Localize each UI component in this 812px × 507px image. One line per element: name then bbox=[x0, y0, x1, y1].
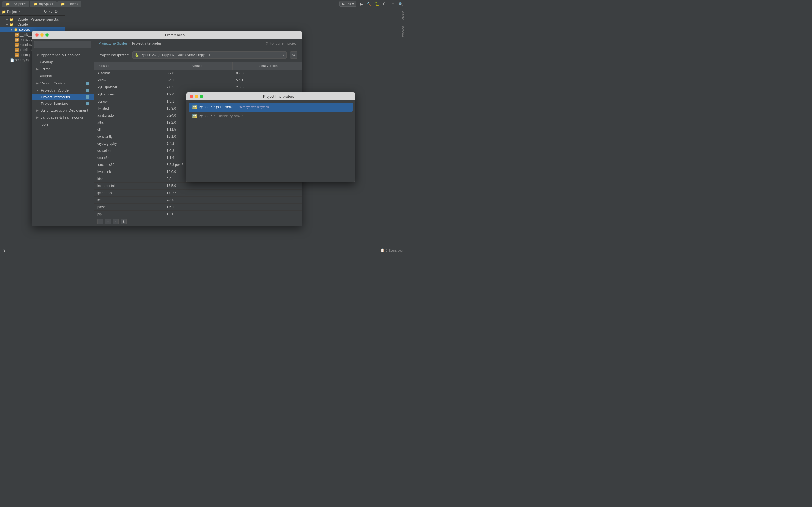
interp-popup-min-button[interactable] bbox=[195, 95, 198, 98]
table-row[interactable]: incremental 17.5.0 bbox=[94, 182, 302, 189]
pkg-version-cell: 17.5.0 bbox=[163, 182, 233, 189]
interpreter-select[interactable]: 🐍 Python 2.7 (scrapyenv) ~/scrapyenv/bin… bbox=[132, 51, 287, 59]
sidebar-item-plugins[interactable]: Plugins bbox=[32, 73, 94, 80]
pkg-name-cell: enum34 bbox=[94, 154, 163, 161]
settings-py-icon: py bbox=[15, 53, 18, 57]
search-button[interactable]: 🔍 bbox=[398, 1, 404, 7]
pkg-name-cell: Pillow bbox=[94, 77, 163, 83]
tab-myspider-2[interactable]: 📁 mySpider bbox=[30, 1, 57, 7]
upgrade-package-button[interactable]: ↑ bbox=[113, 219, 119, 224]
sidebar-item-version-control[interactable]: ▶ Version Control bbox=[32, 80, 94, 87]
pkg-latest-cell: 5.4.1 bbox=[233, 77, 302, 83]
table-row[interactable]: PyDispatcher 2.0.5 2.0.5 bbox=[94, 84, 302, 91]
search-box bbox=[32, 39, 94, 50]
pkg-latest-cell bbox=[233, 189, 302, 196]
tree-item-root: ▼ 📁 mySpider ~/scrapyenv/mySp... bbox=[0, 17, 64, 22]
python-emoji: 🐍 bbox=[135, 53, 139, 57]
pkg-latest-cell bbox=[233, 204, 302, 210]
sidebar-item-project-interpreter[interactable]: Project Interpreter bbox=[32, 94, 94, 100]
table-row[interactable]: Pillow 5.4.1 5.4.1 bbox=[94, 77, 302, 84]
breadcrumb-parent[interactable]: Project: mySpider bbox=[98, 41, 128, 45]
pkg-name-cell: cffi bbox=[94, 126, 163, 133]
pkg-latest-cell: 0.7.0 bbox=[233, 70, 302, 76]
panel-toolbar: 📁 Project ▾ ↻ ⇆ ⚙ − bbox=[0, 8, 64, 16]
gear-icon: ⚙ bbox=[292, 53, 296, 57]
sidebar-item-editor[interactable]: ▶ Editor bbox=[32, 66, 94, 73]
interpreter-label: Project Interpreter: bbox=[98, 53, 129, 57]
interpreter-row: Project Interpreter: 🐍 Python 2.7 (scrap… bbox=[94, 48, 302, 62]
sidebar-item-project-structure[interactable]: Project Structure bbox=[32, 100, 94, 107]
pkg-version-cell: 2.0.5 bbox=[163, 84, 233, 91]
pi-badge bbox=[86, 96, 89, 99]
panel-settings-btn[interactable]: ⚙ bbox=[54, 9, 58, 14]
run-config-selector[interactable]: ▶ test ▾ bbox=[340, 1, 356, 7]
panel-refresh-btn[interactable]: ↻ bbox=[43, 9, 47, 14]
tree-item-myspider[interactable]: ▼ 📁 mySpider bbox=[0, 22, 64, 27]
interpreter-list-item[interactable]: py Python 2.7 (scrapyenv) ~/scrapyenv/bi… bbox=[189, 103, 353, 112]
table-row[interactable]: ipaddress 1.0.22 bbox=[94, 189, 302, 196]
interpreter-list-item[interactable]: py Python 2.7 /usr/bin/python2.7 bbox=[189, 112, 353, 121]
interpreter-select-value: Python 2.7 (scrapyenv) ~/scrapyenv/bin/p… bbox=[141, 53, 211, 57]
search-input[interactable] bbox=[34, 41, 91, 48]
pkg-version-cell: 1.5.1 bbox=[163, 204, 233, 210]
event-log[interactable]: 📋 1 Event Log bbox=[380, 248, 403, 252]
toolbar-actions: ▶ test ▾ ▶ 🔨 🐛 ⏱ ≡ 🔍 bbox=[340, 1, 404, 7]
myspider-folder-icon: 📁 bbox=[10, 23, 13, 26]
prefs-titlebar: Preferences bbox=[32, 31, 302, 39]
vc-arrow: ▶ bbox=[36, 82, 39, 85]
sidebar-item-appearance[interactable]: ▼ Appearance & Behavior bbox=[32, 52, 94, 59]
sciview-label[interactable]: SciView bbox=[402, 9, 405, 23]
panel-folder-icon: 📁 bbox=[2, 10, 6, 14]
interp-popup-body: py Python 2.7 (scrapyenv) ~/scrapyenv/bi… bbox=[186, 100, 355, 182]
header-latest: Latest version bbox=[233, 62, 302, 69]
tab-spiders[interactable]: 📁 spiders bbox=[57, 1, 81, 7]
breadcrumb-current: Project Interpreter bbox=[132, 41, 161, 45]
sidebar-item-tools[interactable]: Tools bbox=[32, 121, 94, 128]
run-icon: ▶ bbox=[342, 2, 345, 6]
interp-popup-close-button[interactable] bbox=[190, 95, 193, 98]
table-row[interactable]: pip 18.1 bbox=[94, 211, 302, 217]
pkg-name-cell: Scrapy bbox=[94, 98, 163, 105]
interp-popup-max-button[interactable] bbox=[200, 95, 203, 98]
breadcrumb: Project: mySpider › Project Interpreter … bbox=[94, 39, 302, 48]
panel-collapse-btn[interactable]: ⇆ bbox=[49, 9, 53, 14]
maximize-button[interactable] bbox=[45, 33, 49, 37]
tab-myspider-1[interactable]: 📁 mySpider bbox=[2, 1, 29, 7]
tab-bar: 📁 mySpider 📁 mySpider 📁 spiders bbox=[2, 1, 81, 7]
pipelines-py-icon: py bbox=[15, 48, 18, 52]
top-bar: 📁 mySpider 📁 mySpider 📁 spiders ▶ test ▾… bbox=[0, 0, 406, 8]
remove-package-button[interactable]: − bbox=[105, 219, 111, 224]
sidebar-item-build[interactable]: ▶ Build, Execution, Deployment bbox=[32, 107, 94, 114]
build-button[interactable]: 🔨 bbox=[366, 1, 372, 7]
database-label[interactable]: Database bbox=[402, 24, 405, 41]
close-button[interactable] bbox=[35, 33, 39, 37]
question-icon[interactable]: ? bbox=[3, 248, 5, 252]
sidebar-item-project-myspider[interactable]: ▼ Project: mySpider bbox=[32, 87, 94, 94]
breadcrumb-separator: › bbox=[129, 41, 130, 45]
coverage-button[interactable]: ⏱ bbox=[382, 1, 388, 7]
table-row[interactable]: lxml 4.3.0 bbox=[94, 196, 302, 204]
interp-path: /usr/bin/python2.7 bbox=[218, 114, 243, 118]
pkg-latest-cell bbox=[233, 196, 302, 203]
interpreter-gear-button[interactable]: ⚙ bbox=[290, 51, 297, 59]
table-row[interactable]: Automat 0.7.0 0.7.0 bbox=[94, 70, 302, 77]
pkg-name-cell: pip bbox=[94, 211, 163, 217]
run-with-button[interactable]: ≡ bbox=[390, 1, 396, 7]
minimize-button[interactable] bbox=[40, 33, 44, 37]
pkg-name-cell: constantly bbox=[94, 133, 163, 140]
window-controls bbox=[35, 33, 49, 37]
vc-badge bbox=[86, 82, 89, 85]
table-row[interactable]: parsel 1.5.1 bbox=[94, 204, 302, 211]
middlewares-py-icon: py bbox=[15, 43, 18, 47]
panel-minimize-btn[interactable]: − bbox=[59, 9, 63, 14]
pkg-name-cell: cssselect bbox=[94, 147, 163, 154]
show-details-button[interactable]: 👁 bbox=[121, 219, 126, 224]
pkg-latest-cell: 2.0.5 bbox=[233, 84, 302, 91]
sidebar-item-keymap[interactable]: Keymap bbox=[32, 59, 94, 66]
add-package-button[interactable]: + bbox=[97, 219, 103, 224]
pkg-name-cell: PyDispatcher bbox=[94, 84, 163, 91]
sidebar-item-languages[interactable]: ▶ Languages & Frameworks bbox=[32, 114, 94, 121]
debug-button[interactable]: 🐛 bbox=[374, 1, 380, 7]
interp-name: Python 2.7 (scrapyenv) bbox=[199, 105, 234, 109]
run-button[interactable]: ▶ bbox=[358, 1, 364, 7]
